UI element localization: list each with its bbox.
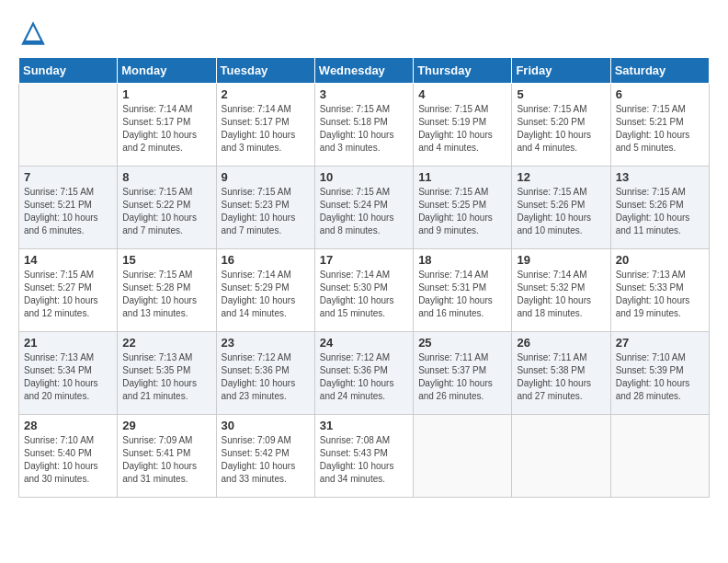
day-info: Sunrise: 7:14 AM Sunset: 5:32 PM Dayligh… <box>517 269 605 320</box>
day-info: Sunrise: 7:10 AM Sunset: 5:39 PM Dayligh… <box>616 351 704 403</box>
day-info: Sunrise: 7:13 AM Sunset: 5:34 PM Dayligh… <box>24 351 112 403</box>
day-info: Sunrise: 7:15 AM Sunset: 5:26 PM Dayligh… <box>517 186 605 237</box>
day-info: Sunrise: 7:15 AM Sunset: 5:22 PM Dayligh… <box>122 186 210 237</box>
day-info: Sunrise: 7:15 AM Sunset: 5:19 PM Dayligh… <box>418 103 506 155</box>
calendar-cell: 7Sunrise: 7:15 AM Sunset: 5:21 PM Daylig… <box>19 167 118 249</box>
calendar-cell: 4Sunrise: 7:15 AM Sunset: 5:19 PM Daylig… <box>414 84 512 167</box>
day-number: 21 <box>24 336 112 350</box>
day-info: Sunrise: 7:14 AM Sunset: 5:29 PM Dayligh… <box>222 269 310 320</box>
day-info: Sunrise: 7:11 AM Sunset: 5:38 PM Dayligh… <box>517 351 605 403</box>
calendar-cell: 23Sunrise: 7:12 AM Sunset: 5:36 PM Dayli… <box>216 332 314 415</box>
day-info: Sunrise: 7:15 AM Sunset: 5:20 PM Dayligh… <box>517 103 605 155</box>
calendar-cell: 16Sunrise: 7:14 AM Sunset: 5:29 PM Dayli… <box>216 249 314 332</box>
day-info: Sunrise: 7:15 AM Sunset: 5:28 PM Dayligh… <box>122 269 210 320</box>
day-number: 29 <box>122 419 210 432</box>
day-info: Sunrise: 7:15 AM Sunset: 5:26 PM Dayligh… <box>616 186 704 237</box>
logo-icon <box>18 18 48 48</box>
calendar-cell: 12Sunrise: 7:15 AM Sunset: 5:26 PM Dayli… <box>512 167 610 249</box>
day-info: Sunrise: 7:13 AM Sunset: 5:33 PM Dayligh… <box>616 269 704 320</box>
day-number: 3 <box>320 87 408 101</box>
calendar-week-row: 7Sunrise: 7:15 AM Sunset: 5:21 PM Daylig… <box>19 167 710 249</box>
day-info: Sunrise: 7:15 AM Sunset: 5:21 PM Dayligh… <box>24 186 112 237</box>
day-info: Sunrise: 7:15 AM Sunset: 5:21 PM Dayligh… <box>616 103 704 155</box>
day-info: Sunrise: 7:15 AM Sunset: 5:18 PM Dayligh… <box>320 103 408 155</box>
day-info: Sunrise: 7:13 AM Sunset: 5:35 PM Dayligh… <box>122 351 210 403</box>
day-number: 1 <box>122 87 210 101</box>
calendar-cell: 22Sunrise: 7:13 AM Sunset: 5:35 PM Dayli… <box>118 332 216 415</box>
day-info: Sunrise: 7:14 AM Sunset: 5:17 PM Dayligh… <box>222 103 310 155</box>
calendar-cell: 17Sunrise: 7:14 AM Sunset: 5:30 PM Dayli… <box>314 249 413 332</box>
calendar-cell <box>512 415 610 498</box>
weekday-header-tuesday: Tuesday <box>216 58 314 84</box>
day-number: 8 <box>122 170 210 184</box>
day-info: Sunrise: 7:08 AM Sunset: 5:43 PM Dayligh… <box>320 434 408 486</box>
calendar-cell: 6Sunrise: 7:15 AM Sunset: 5:21 PM Daylig… <box>610 84 709 167</box>
logo <box>18 18 51 48</box>
calendar-cell: 15Sunrise: 7:15 AM Sunset: 5:28 PM Dayli… <box>118 249 216 332</box>
day-info: Sunrise: 7:12 AM Sunset: 5:36 PM Dayligh… <box>222 351 310 403</box>
day-info: Sunrise: 7:11 AM Sunset: 5:37 PM Dayligh… <box>418 351 506 403</box>
calendar-cell: 29Sunrise: 7:09 AM Sunset: 5:41 PM Dayli… <box>118 415 216 498</box>
day-number: 5 <box>517 87 605 101</box>
day-info: Sunrise: 7:14 AM Sunset: 5:31 PM Dayligh… <box>418 269 506 320</box>
day-number: 19 <box>517 253 605 267</box>
weekday-header-row: SundayMondayTuesdayWednesdayThursdayFrid… <box>19 58 710 84</box>
weekday-header-sunday: Sunday <box>19 58 118 84</box>
calendar-cell: 5Sunrise: 7:15 AM Sunset: 5:20 PM Daylig… <box>512 84 610 167</box>
day-number: 26 <box>517 336 605 350</box>
page-header <box>18 18 710 48</box>
day-info: Sunrise: 7:09 AM Sunset: 5:42 PM Dayligh… <box>222 434 310 486</box>
calendar-week-row: 28Sunrise: 7:10 AM Sunset: 5:40 PM Dayli… <box>19 415 710 498</box>
calendar-cell: 28Sunrise: 7:10 AM Sunset: 5:40 PM Dayli… <box>19 415 118 498</box>
calendar-cell <box>19 84 118 167</box>
calendar-cell <box>414 415 512 498</box>
calendar-cell: 27Sunrise: 7:10 AM Sunset: 5:39 PM Dayli… <box>610 332 709 415</box>
weekday-header-monday: Monday <box>118 58 216 84</box>
calendar-cell: 11Sunrise: 7:15 AM Sunset: 5:25 PM Dayli… <box>414 167 512 249</box>
day-info: Sunrise: 7:15 AM Sunset: 5:27 PM Dayligh… <box>24 269 112 320</box>
weekday-header-thursday: Thursday <box>414 58 512 84</box>
calendar-cell: 25Sunrise: 7:11 AM Sunset: 5:37 PM Dayli… <box>414 332 512 415</box>
calendar-cell: 19Sunrise: 7:14 AM Sunset: 5:32 PM Dayli… <box>512 249 610 332</box>
day-info: Sunrise: 7:15 AM Sunset: 5:25 PM Dayligh… <box>418 186 506 237</box>
calendar-cell: 24Sunrise: 7:12 AM Sunset: 5:36 PM Dayli… <box>314 332 413 415</box>
calendar-cell <box>610 415 709 498</box>
calendar-cell: 1Sunrise: 7:14 AM Sunset: 5:17 PM Daylig… <box>118 84 216 167</box>
calendar-cell: 8Sunrise: 7:15 AM Sunset: 5:22 PM Daylig… <box>118 167 216 249</box>
day-number: 9 <box>222 170 310 184</box>
day-number: 30 <box>222 419 310 432</box>
weekday-header-friday: Friday <box>512 58 610 84</box>
day-number: 7 <box>24 170 112 184</box>
day-number: 15 <box>122 253 210 267</box>
day-number: 11 <box>418 170 506 184</box>
weekday-header-wednesday: Wednesday <box>314 58 413 84</box>
calendar-cell: 18Sunrise: 7:14 AM Sunset: 5:31 PM Dayli… <box>414 249 512 332</box>
calendar-cell: 9Sunrise: 7:15 AM Sunset: 5:23 PM Daylig… <box>216 167 314 249</box>
day-number: 24 <box>320 336 408 350</box>
day-info: Sunrise: 7:09 AM Sunset: 5:41 PM Dayligh… <box>122 434 210 486</box>
day-number: 2 <box>222 87 310 101</box>
day-number: 12 <box>517 170 605 184</box>
day-number: 10 <box>320 170 408 184</box>
day-number: 18 <box>418 253 506 267</box>
day-number: 4 <box>418 87 506 101</box>
calendar-cell: 26Sunrise: 7:11 AM Sunset: 5:38 PM Dayli… <box>512 332 610 415</box>
day-number: 17 <box>320 253 408 267</box>
day-info: Sunrise: 7:10 AM Sunset: 5:40 PM Dayligh… <box>24 434 112 486</box>
day-info: Sunrise: 7:12 AM Sunset: 5:36 PM Dayligh… <box>320 351 408 403</box>
calendar-cell: 2Sunrise: 7:14 AM Sunset: 5:17 PM Daylig… <box>216 84 314 167</box>
day-number: 23 <box>222 336 310 350</box>
calendar-cell: 3Sunrise: 7:15 AM Sunset: 5:18 PM Daylig… <box>314 84 413 167</box>
day-number: 28 <box>24 419 112 432</box>
calendar-cell: 13Sunrise: 7:15 AM Sunset: 5:26 PM Dayli… <box>610 167 709 249</box>
calendar-cell: 31Sunrise: 7:08 AM Sunset: 5:43 PM Dayli… <box>314 415 413 498</box>
calendar-cell: 30Sunrise: 7:09 AM Sunset: 5:42 PM Dayli… <box>216 415 314 498</box>
calendar-week-row: 14Sunrise: 7:15 AM Sunset: 5:27 PM Dayli… <box>19 249 710 332</box>
day-number: 27 <box>616 336 704 350</box>
calendar-cell: 14Sunrise: 7:15 AM Sunset: 5:27 PM Dayli… <box>19 249 118 332</box>
day-info: Sunrise: 7:14 AM Sunset: 5:17 PM Dayligh… <box>122 103 210 155</box>
calendar-cell: 20Sunrise: 7:13 AM Sunset: 5:33 PM Dayli… <box>610 249 709 332</box>
weekday-header-saturday: Saturday <box>610 58 709 84</box>
calendar-cell: 10Sunrise: 7:15 AM Sunset: 5:24 PM Dayli… <box>314 167 413 249</box>
day-number: 16 <box>222 253 310 267</box>
